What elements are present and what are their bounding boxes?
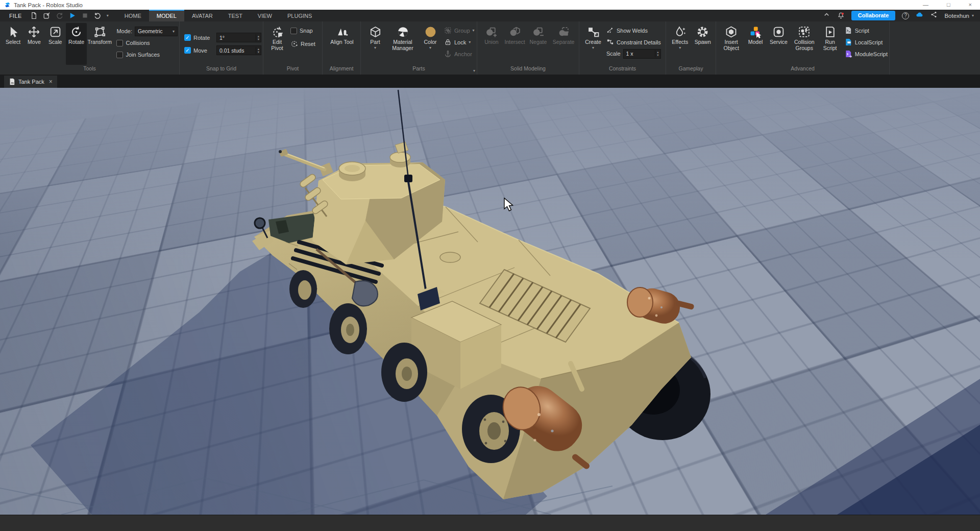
stop-button-icon <box>81 12 89 19</box>
part-button[interactable]: Part ▾ <box>363 23 387 65</box>
group-label-gameplay: Gameplay <box>666 65 716 75</box>
lock-button[interactable]: Lock ▾ <box>444 37 475 47</box>
document-tab-tank-pack[interactable]: Tank Pack × <box>4 76 57 88</box>
play-button-icon[interactable] <box>68 12 76 19</box>
ribbon-group-snap-to-grid: ✓ Rotate 1° ▴▾ ✓ Move 0.01 studs ▴▾ <box>180 21 263 75</box>
mode-label: Mode: <box>116 28 132 34</box>
collision-groups-button[interactable]: Collision Groups <box>790 23 818 65</box>
close-button[interactable]: × <box>969 2 972 8</box>
script-button[interactable]: Script <box>845 26 888 35</box>
stepper-arrows-icon[interactable]: ▴▾ <box>256 47 261 54</box>
ribbon-group-tools: Select Move Scale Rotate <box>0 21 180 75</box>
ribbon-group-constraints: Create ▾ Show Welds Constraint Details <box>579 21 666 75</box>
group-label-constraints: Constraints <box>579 65 666 75</box>
snap-move-checkbox[interactable]: ✓ <box>184 47 191 54</box>
move-tool-button[interactable]: Move <box>23 23 44 65</box>
minimize-button[interactable]: — <box>923 2 928 8</box>
separate-button: Separate <box>550 23 577 65</box>
quick-access-toolbar: ▾ <box>30 10 117 21</box>
rotate-tool-button[interactable]: Rotate <box>66 23 87 65</box>
viewport-3d[interactable] <box>0 88 980 515</box>
join-surfaces-row: Join Surfaces <box>116 50 178 59</box>
create-caret-icon: ▾ <box>592 46 594 51</box>
color-button[interactable]: Color ▾ <box>419 23 442 65</box>
create-constraint-icon <box>587 26 600 38</box>
snap-move-stepper[interactable]: 0.01 studs ▴▾ <box>216 45 261 55</box>
align-tool-button[interactable]: Align Tool <box>329 23 355 65</box>
tab-avatar[interactable]: AVATAR <box>184 10 220 21</box>
run-script-button[interactable]: Run Script <box>818 23 841 65</box>
ribbon-group-solid-modeling: Union Intersect Negate Separate <box>477 21 579 75</box>
ribbon-group-advanced: Insert Object Model Service <box>716 21 890 75</box>
new-file-icon[interactable] <box>30 12 38 19</box>
ribbon-group-gameplay: Effects ▾ Spawn Gameplay <box>666 21 716 75</box>
group-label-alignment: Alignment <box>323 65 360 75</box>
place-file-icon <box>9 78 15 85</box>
join-surfaces-checkbox[interactable] <box>116 52 123 58</box>
transform-tool-button[interactable]: Transform <box>87 23 112 65</box>
cloud-sync-icon[interactable] <box>916 11 923 20</box>
color-caret-icon: ▾ <box>429 46 431 51</box>
collapse-ribbon-icon[interactable] <box>823 11 830 20</box>
insert-object-icon <box>725 26 738 38</box>
module-script-icon <box>845 50 852 58</box>
user-menu[interactable]: Botexhun ▾ <box>944 13 974 19</box>
separate-icon <box>557 26 570 38</box>
tab-home[interactable]: HOME <box>117 10 149 21</box>
snap-rotate-stepper[interactable]: 1° ▴▾ <box>216 33 261 42</box>
show-welds-button[interactable]: Show Welds <box>606 26 661 35</box>
tab-plugins[interactable]: PLUGINS <box>280 10 320 21</box>
group-label-tools: Tools <box>0 65 179 75</box>
tab-close-icon[interactable]: × <box>49 78 53 85</box>
share-icon[interactable] <box>930 11 938 20</box>
create-constraint-button[interactable]: Create ▾ <box>582 23 604 65</box>
ribbon-model: Select Move Scale Rotate <box>0 21 980 75</box>
qat-customize-caret-icon[interactable]: ▾ <box>107 13 109 18</box>
spawn-button[interactable]: Spawn <box>692 23 715 65</box>
tab-view[interactable]: VIEW <box>250 10 280 21</box>
effects-flame-icon <box>674 26 687 38</box>
maximize-button[interactable]: □ <box>947 2 950 8</box>
group-label-snap: Snap to Grid <box>180 65 263 75</box>
stepper-arrows-icon[interactable]: ▴▾ <box>256 34 261 41</box>
help-icon[interactable]: ? <box>902 12 909 19</box>
pivot-snap-checkbox[interactable] <box>290 28 297 34</box>
edit-pivot-button[interactable]: Edit Pivot <box>266 23 288 65</box>
collaborate-button[interactable]: Collaborate <box>851 11 896 20</box>
spawn-gear-icon <box>696 26 709 38</box>
status-bar <box>0 515 980 531</box>
undo-icon[interactable] <box>94 12 102 19</box>
pivot-reset-button[interactable]: Reset <box>290 39 315 49</box>
service-button[interactable]: Service <box>767 23 790 65</box>
negate-icon <box>532 26 545 38</box>
constraint-scale-stepper[interactable]: 1 x ▴▾ <box>623 49 661 59</box>
mode-dropdown[interactable]: Geometric ▾ <box>135 27 178 36</box>
select-tool-button[interactable]: Select <box>3 23 23 65</box>
local-script-button[interactable]: LocalScript <box>845 37 888 47</box>
collisions-checkbox[interactable] <box>116 40 123 46</box>
stepper-arrows-icon[interactable]: ▴▾ <box>655 50 660 57</box>
insert-object-button[interactable]: Insert Object <box>719 23 744 65</box>
file-menu-button[interactable]: FILE <box>0 10 30 21</box>
import-file-icon[interactable] <box>43 12 51 19</box>
roblox-studio-logo-icon <box>4 2 11 8</box>
scale-tool-button[interactable]: Scale <box>45 23 66 65</box>
parts-expander-icon[interactable]: ▾ <box>473 69 475 73</box>
window-title: Tank Pack - Roblox Studio <box>14 2 83 8</box>
constraint-details-button[interactable]: Constraint Details <box>606 37 661 47</box>
tab-model[interactable]: MODEL <box>149 10 184 21</box>
notifications-bell-icon[interactable] <box>837 12 845 19</box>
mouse-cursor <box>504 198 513 211</box>
module-script-button[interactable]: ModuleScript <box>845 49 888 59</box>
local-script-icon <box>845 38 852 46</box>
material-manager-button[interactable]: Material Manager <box>387 23 419 65</box>
rotate-icon <box>70 26 83 38</box>
tab-test[interactable]: TEST <box>220 10 250 21</box>
snap-rotate-checkbox[interactable]: ✓ <box>184 34 191 41</box>
tank-model <box>0 88 980 515</box>
scale-label: Scale <box>606 51 621 57</box>
color-swatch-icon <box>424 26 437 38</box>
effects-button[interactable]: Effects ▾ <box>669 23 692 65</box>
group-label-advanced: Advanced <box>716 65 889 75</box>
model-button[interactable]: Model <box>744 23 767 65</box>
